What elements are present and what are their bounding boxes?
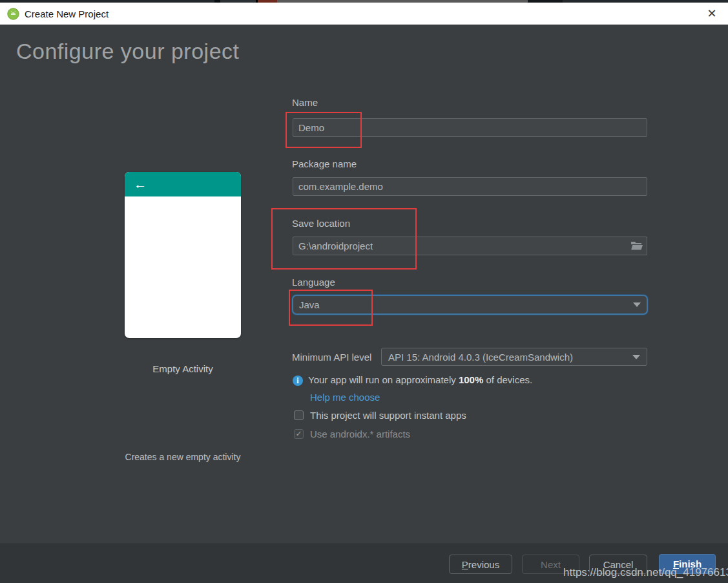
browse-folder-icon[interactable] [630, 240, 643, 251]
min-api-dropdown[interactable]: API 15: Android 4.0.3 (IceCreamSandwich) [381, 348, 647, 366]
window-title: Create New Project [25, 8, 109, 19]
window-titlebar: Create New Project ✕ [0, 3, 728, 25]
min-api-selected-value: API 15: Android 4.0.3 (IceCreamSandwich) [388, 352, 573, 363]
androidx-checkbox-row[interactable]: ✓ Use androidx.* artifacts [294, 429, 410, 440]
page-title: Configure your project [16, 39, 240, 64]
instant-apps-label: This project will support instant apps [310, 410, 466, 421]
template-name: Empty Activity [125, 363, 241, 374]
package-name-label: Package name [292, 158, 357, 169]
instant-apps-checkbox-row[interactable]: This project will support instant apps [294, 410, 466, 421]
info-icon: i [293, 376, 303, 386]
api-info-text: Your app will run on approximately 100% … [308, 374, 532, 385]
template-description: Creates a new empty activity [79, 452, 286, 462]
template-preview-thumbnail: ← [125, 172, 241, 338]
name-label: Name [292, 97, 318, 108]
close-icon[interactable]: ✕ [703, 5, 721, 23]
language-label: Language [292, 277, 335, 288]
chevron-down-icon [632, 355, 640, 359]
language-dropdown[interactable]: Java [292, 295, 648, 315]
save-location-input[interactable] [293, 237, 647, 255]
checkbox-unchecked-icon[interactable] [294, 410, 304, 420]
save-location-label: Save location [292, 218, 350, 229]
api-info-percentage: 100% [459, 374, 483, 385]
help-me-choose-link[interactable]: Help me choose [310, 392, 380, 403]
chevron-down-icon [633, 302, 641, 307]
min-api-label: Minimum API level [292, 352, 371, 363]
name-input[interactable] [293, 118, 647, 137]
package-name-input[interactable] [293, 177, 647, 196]
api-info-suffix: of devices. [483, 374, 532, 385]
androidx-label: Use androidx.* artifacts [310, 429, 410, 440]
checkbox-checked-icon[interactable]: ✓ [294, 429, 304, 439]
back-arrow-icon: ← [134, 178, 147, 191]
create-new-project-dialog: Create New Project ✕ Configure your proj… [0, 0, 728, 583]
android-studio-icon [7, 8, 19, 20]
language-selected-value: Java [299, 299, 320, 310]
previous-button[interactable]: Previous [449, 555, 512, 574]
api-info-prefix: Your app will run on approximately [308, 374, 459, 385]
csdn-watermark: https://blog.csdn.net/qq_41976613 [563, 566, 728, 579]
preview-appbar: ← [125, 172, 241, 196]
